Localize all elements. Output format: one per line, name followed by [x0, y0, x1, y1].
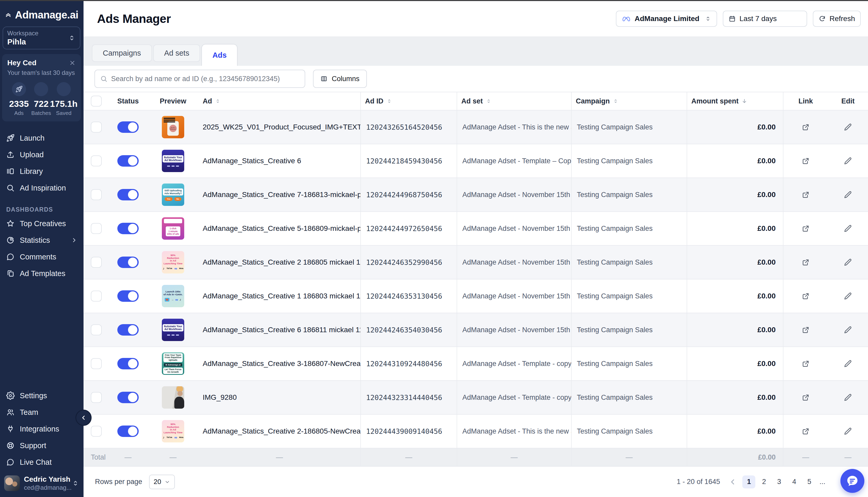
ad-status-toggle[interactable] [118, 324, 139, 336]
ad-row-checkbox[interactable] [91, 189, 102, 200]
ad-row-checkbox[interactable] [91, 257, 102, 268]
external-link-icon[interactable] [802, 359, 810, 368]
sidebar-item-support[interactable]: Support [0, 437, 84, 454]
ad-status-toggle[interactable] [118, 290, 139, 302]
search-input[interactable] [111, 75, 300, 83]
ad-preview-thumbnail[interactable] [162, 386, 184, 409]
column-header-label: Ad set [461, 97, 483, 105]
ad-row-checkbox[interactable] [91, 426, 102, 437]
ad-status-toggle[interactable] [118, 155, 139, 167]
refresh-button[interactable]: Refresh [813, 11, 861, 27]
columns-label: Columns [332, 75, 360, 83]
external-link-icon[interactable] [802, 292, 810, 300]
external-link-icon[interactable] [802, 427, 810, 436]
edit-pencil-icon[interactable] [844, 224, 852, 233]
columns-icon [320, 75, 328, 82]
sidebar-item-launch[interactable]: Launch [0, 130, 84, 146]
sidebar-item-ad-templates[interactable]: Ad Templates [0, 265, 84, 282]
edit-pencil-icon[interactable] [844, 292, 852, 300]
page-button-4[interactable]: 4 [788, 475, 801, 488]
sidebar-item-statistics[interactable]: Statistics [0, 232, 84, 248]
external-link-icon[interactable] [802, 190, 810, 199]
tiktok-logo: ♪ [163, 267, 164, 270]
edit-pencil-icon[interactable] [844, 427, 852, 436]
edit-pencil-icon[interactable] [844, 258, 852, 267]
ad-preview-thumbnail[interactable]: Automate YourAd Workflows [162, 319, 184, 341]
library-icon [6, 167, 15, 175]
ad-row-checkbox[interactable] [91, 122, 102, 132]
ad-row-checkbox[interactable] [91, 392, 102, 403]
stat-saved: 175.1hSaved [52, 82, 75, 116]
external-link-icon[interactable] [802, 258, 810, 267]
column-header-label: Ad [203, 97, 212, 105]
edit-pencil-icon[interactable] [844, 393, 852, 402]
edit-pencil-icon[interactable] [844, 157, 852, 165]
column-header-amount-spent[interactable]: Amount spent [687, 92, 783, 110]
sidebar-item-top-creatives[interactable]: Top Creatives [0, 215, 84, 232]
page-button-1[interactable]: 1 [742, 475, 755, 488]
sidebar-item-ad-inspiration[interactable]: Ad Inspiration [0, 180, 84, 196]
external-link-icon[interactable] [802, 393, 810, 402]
rocket-icon [6, 134, 15, 142]
ad-status-toggle[interactable] [118, 257, 139, 268]
edit-pencil-icon[interactable] [844, 123, 852, 131]
page-button-5[interactable]: 5 [803, 475, 816, 488]
external-link-icon[interactable] [802, 326, 810, 334]
ad-account-select[interactable]: AdManage Limited [616, 11, 717, 27]
ad-row-checkbox[interactable] [91, 324, 102, 335]
ad-row-checkbox[interactable] [91, 358, 102, 369]
tab-ads[interactable]: Ads [202, 44, 237, 66]
ad-preview-thumbnail[interactable]: 1 click1 minute100s of ads [162, 217, 184, 240]
column-header-ad-set[interactable]: Ad set [457, 92, 571, 110]
edit-pencil-icon[interactable] [844, 190, 852, 199]
close-icon[interactable] [69, 59, 76, 66]
tab-ad-sets[interactable]: Ad sets [153, 44, 201, 62]
ad-status-toggle[interactable] [118, 426, 139, 437]
sidebar-item-comments[interactable]: Comments [0, 248, 84, 265]
ad-preview-thumbnail[interactable]: Free Your TeamFrom RepetitiveUploads≋ Ad… [162, 353, 184, 375]
ad-preview-thumbnail[interactable]: Launch 100sof Ads in <1min.→∞♪ [162, 285, 184, 307]
edit-pencil-icon[interactable] [844, 326, 852, 334]
column-header-ad-id[interactable]: Ad ID [361, 92, 457, 110]
workspace-selector[interactable]: Workspace Pihla [3, 27, 80, 49]
column-header-campaign[interactable]: Campaign [571, 92, 687, 110]
ad-preview-thumbnail[interactable]: Still UploadingAds Manually?YesNo [162, 184, 184, 206]
live-chat-fab[interactable] [840, 469, 864, 493]
ad-row-checkbox[interactable] [91, 223, 102, 234]
ad-status-toggle[interactable] [118, 358, 139, 369]
external-link-icon[interactable] [802, 123, 810, 131]
edit-pencil-icon[interactable] [844, 359, 852, 368]
ad-id: 120244244968750456 [361, 178, 457, 211]
sidebar-item-integrations[interactable]: Integrations [0, 421, 84, 437]
sidebar-item-live-chat[interactable]: Live Chat [0, 454, 84, 470]
ad-status-toggle[interactable] [118, 223, 139, 234]
ad-status-toggle[interactable] [118, 189, 139, 200]
sidebar-item-library[interactable]: Library [0, 163, 84, 180]
ad-row-checkbox[interactable] [91, 290, 102, 301]
user-menu[interactable]: Cedric Yarish ced@admanag... [4, 475, 79, 491]
sidebar-item-settings[interactable]: Settings [0, 387, 84, 404]
page-button-3[interactable]: 3 [772, 475, 786, 488]
ad-preview-thumbnail[interactable]: 90%Reductionin AdLaunching Time♪TikTok∞M… [162, 420, 184, 442]
columns-button[interactable]: Columns [313, 70, 367, 88]
external-link-icon[interactable] [802, 224, 810, 233]
ad-preview-thumbnail[interactable]: Automate YourAd Workflows [162, 150, 184, 172]
ad-set-name: AdManage Adset - Template - copy: [457, 347, 571, 380]
tab-campaigns[interactable]: Campaigns [92, 44, 152, 62]
column-header-ad[interactable]: Ad [198, 92, 361, 110]
ad-status-toggle[interactable] [118, 122, 139, 133]
sidebar-collapse-button[interactable] [75, 410, 92, 426]
ad-preview-thumbnail[interactable]: 90%Reductionin AdLaunching Time♪TikTok∞M… [162, 251, 184, 273]
ad-row-checkbox[interactable] [91, 155, 102, 166]
sidebar-item-upload[interactable]: Upload [0, 146, 84, 163]
external-link-icon[interactable] [802, 157, 810, 165]
select-all-checkbox[interactable] [91, 96, 102, 106]
rows-per-page-select[interactable]: 20 [149, 475, 175, 489]
date-range-picker[interactable]: Last 7 days [723, 11, 807, 27]
ad-status-toggle[interactable] [118, 392, 139, 403]
ad-preview-thumbnail[interactable]: GLP-1 Patches [162, 116, 184, 138]
amount-spent: £0.00 [687, 280, 783, 313]
previous-page-button[interactable] [729, 478, 736, 486]
sidebar-item-team[interactable]: Team [0, 404, 84, 421]
page-button-2[interactable]: 2 [757, 475, 770, 488]
